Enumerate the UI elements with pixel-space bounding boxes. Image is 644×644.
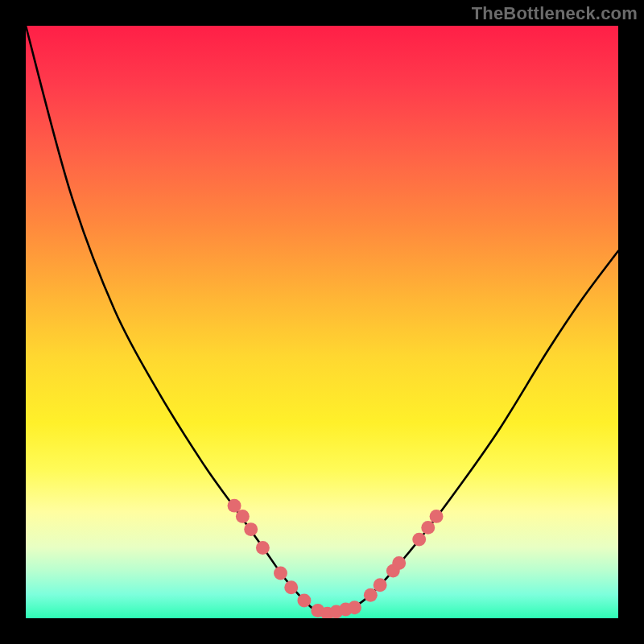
marker-point (236, 510, 250, 523)
marker-point (284, 580, 298, 594)
marker-point (297, 593, 311, 607)
plot-area (26, 26, 618, 618)
marker-point (364, 588, 378, 602)
marker-point (274, 567, 287, 580)
marker-points (228, 499, 444, 618)
curve-line (26, 26, 618, 616)
marker-point (430, 510, 444, 523)
marker-point (256, 541, 270, 555)
chart-frame: TheBottleneck.com (0, 0, 644, 644)
marker-point (412, 533, 426, 547)
marker-point (421, 521, 435, 535)
watermark-text: TheBottleneck.com (472, 3, 638, 24)
chart-svg (26, 26, 618, 618)
marker-point (392, 556, 406, 570)
marker-point (228, 499, 242, 513)
marker-point (244, 522, 258, 536)
marker-point (348, 601, 361, 614)
marker-point (374, 578, 387, 592)
